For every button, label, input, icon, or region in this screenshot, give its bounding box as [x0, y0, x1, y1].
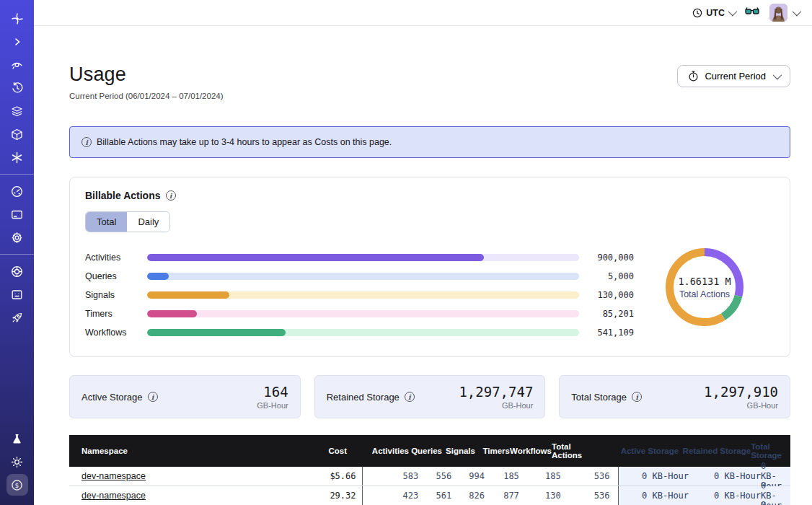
history-clock-icon[interactable] — [6, 77, 28, 99]
namespace-usage-table: Namespace Cost Activities Queries Signal… — [69, 435, 790, 505]
page-subtitle: Current Period (06/01/2024 – 07/01/2024) — [69, 92, 224, 100]
col-cost: Cost — [285, 435, 353, 467]
bar-label: Workflows — [85, 328, 147, 338]
total-actions-value: 1.66131 M — [678, 276, 731, 287]
bar-fill — [147, 273, 169, 280]
layers-icon[interactable] — [6, 100, 28, 122]
namespace-link[interactable]: dev-namespace — [81, 491, 146, 501]
bar-track — [147, 291, 579, 299]
col-total-actions: Total Actions — [552, 435, 601, 467]
total-actions-cell: 536 — [561, 486, 610, 505]
gauge-icon[interactable] — [6, 180, 28, 202]
sidebar-divider — [0, 174, 34, 175]
active-storage-cell: 0 KB-Hour — [619, 467, 689, 486]
storage-card-unit: GB-Hour — [459, 401, 533, 410]
period-selector-button[interactable]: Current Period — [677, 65, 790, 87]
donut-center: 1.66131 M Total Actions — [661, 244, 748, 330]
storage-card-value: 1,297,910 — [704, 384, 778, 400]
cube-icon[interactable] — [6, 123, 28, 145]
info-icon[interactable]: i — [148, 392, 158, 402]
feedback-glasses-button[interactable] — [745, 6, 759, 19]
bar-row-signals: Signals 130,000 — [85, 286, 634, 304]
lifebuoy-icon[interactable] — [6, 260, 28, 282]
info-icon[interactable]: i — [632, 392, 642, 402]
col-namespace: Namespace — [69, 435, 285, 467]
bar-value: 900,000 — [579, 252, 634, 263]
col-retained-storage: Retained Storage — [679, 435, 751, 467]
bar-track — [147, 254, 579, 261]
bar-value: 130,000 — [579, 290, 634, 300]
billable-actions-title: Billable Actions — [85, 190, 161, 201]
tab-daily[interactable]: Daily — [127, 212, 169, 232]
timers-cell: 877 — [485, 486, 519, 505]
bar-row-activities: Activities 900,000 — [85, 248, 634, 267]
retained-storage-cell: 0 KB-Hour — [689, 486, 761, 505]
top-bar: UTC — [34, 0, 812, 26]
svg-text:$: $ — [15, 482, 19, 489]
storage-card-unit: GB-Hour — [704, 401, 778, 410]
storage-card-label: Retained Storage — [327, 392, 400, 403]
namespace-link[interactable]: dev-namespace — [81, 471, 146, 481]
queries-cell: 561 — [418, 486, 451, 505]
table-row: dev-namespace $5.66 583 556 994 185 185 … — [69, 467, 790, 486]
bar-track — [147, 329, 579, 336]
cost-cell: 29.32 — [291, 486, 361, 505]
bar-value: 85,201 — [579, 309, 634, 319]
usage-dollar-icon[interactable]: $ — [6, 474, 28, 496]
table-row: dev-namespace 29.32 423 561 826 877 130 … — [69, 486, 790, 505]
user-avatar — [769, 4, 787, 22]
chevron-down-icon — [773, 71, 782, 80]
activities-cell: 423 — [363, 486, 419, 505]
storage-card-value: 1,297,747 — [459, 384, 533, 400]
total-actions-cell: 536 — [561, 467, 610, 486]
bar-label: Activities — [85, 252, 147, 263]
workflows-cell: 185 — [519, 467, 561, 486]
storage-card-label: Active Storage — [81, 392, 143, 403]
signals-cell: 826 — [451, 486, 485, 505]
storage-card-unit: GB-Hour — [257, 401, 288, 410]
total-actions-label: Total Actions — [679, 289, 730, 299]
timezone-selector[interactable]: UTC — [692, 8, 735, 18]
total-storage-card: Total Storage i 1,297,910 GB-Hour — [559, 375, 790, 418]
bar-label: Queries — [85, 271, 147, 281]
period-selector-label: Current Period — [705, 71, 766, 82]
timers-cell: 185 — [485, 467, 519, 486]
stopwatch-icon — [688, 71, 699, 82]
info-banner-text: Billable Actions may take up to 3-4 hour… — [97, 137, 392, 147]
eye-icon[interactable] — [6, 54, 28, 76]
flask-icon[interactable] — [6, 428, 28, 449]
glasses-icon — [745, 6, 759, 17]
active-storage-cell: 0 KB-Hour — [619, 486, 689, 505]
expand-chevron-icon[interactable] — [6, 31, 28, 53]
sun-icon[interactable] — [6, 451, 28, 473]
bar-row-queries: Queries 5,000 — [85, 267, 634, 286]
asterisk-icon[interactable] — [6, 146, 28, 168]
info-icon: i — [81, 137, 92, 147]
bar-label: Signals — [85, 290, 147, 300]
rocket-icon[interactable] — [6, 307, 28, 328]
page-header: Usage Current Period (06/01/2024 – 07/01… — [69, 63, 790, 100]
chevron-down-icon — [728, 7, 738, 17]
account-menu[interactable] — [769, 4, 799, 22]
info-banner: i Billable Actions may take up to 3-4 ho… — [69, 126, 790, 158]
sidebar-bottom-group: $ — [6, 427, 28, 496]
table-header: Namespace Cost Activities Queries Signal… — [69, 435, 790, 467]
timezone-label: UTC — [706, 8, 725, 18]
temporal-logo[interactable] — [6, 8, 28, 30]
cost-cell: $5.66 — [291, 467, 361, 486]
docs-screen-icon[interactable] — [6, 284, 28, 305]
active-storage-card: Active Storage i 164 GB-Hour — [69, 375, 301, 418]
settings-gear-icon[interactable] — [6, 227, 28, 248]
billing-card-icon[interactable] — [6, 203, 28, 225]
col-activities: Activities — [353, 435, 409, 467]
sidebar: $ — [0, 0, 34, 505]
tab-total[interactable]: Total — [86, 212, 127, 232]
info-icon[interactable]: i — [405, 392, 415, 402]
workflows-cell: 130 — [519, 486, 561, 505]
storage-cards: Active Storage i 164 GB-Hour Retained St… — [69, 375, 790, 418]
chevron-down-icon — [793, 7, 802, 17]
bar-value: 541,109 — [579, 328, 634, 338]
queries-cell: 556 — [418, 467, 451, 486]
info-icon[interactable]: i — [166, 190, 176, 201]
total-daily-toggle: Total Daily — [85, 211, 170, 232]
